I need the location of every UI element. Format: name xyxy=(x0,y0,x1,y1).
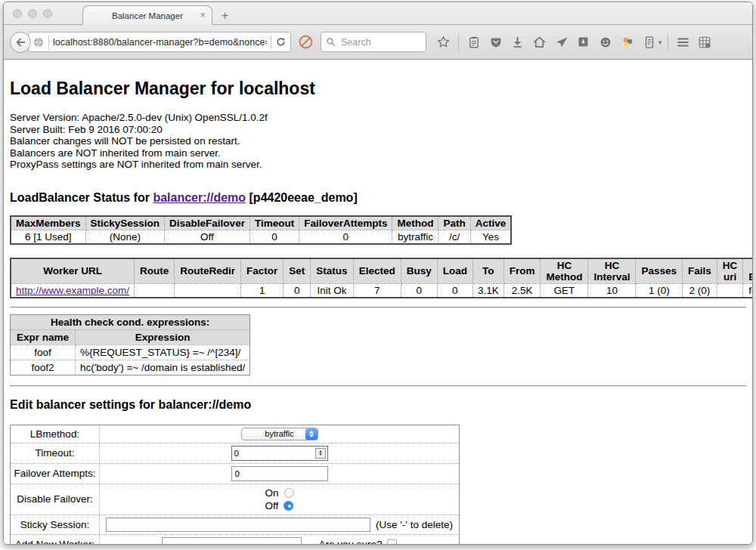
save-to-device-button[interactable] xyxy=(574,32,593,52)
search-input[interactable] xyxy=(339,36,415,48)
feedback-button[interactable] xyxy=(596,32,615,52)
cell-load: 0 xyxy=(437,283,472,298)
failover-attempts-row: Failover Attempts: xyxy=(11,463,460,484)
timeout-input-wrap xyxy=(231,446,328,461)
color-dots-icon xyxy=(621,36,634,49)
col-passes: Passes xyxy=(636,258,683,284)
close-window-button[interactable] xyxy=(13,9,22,18)
overflow-caret-icon[interactable]: ▾ xyxy=(658,39,662,46)
col-path: Path xyxy=(438,216,470,230)
confirm-checkbox[interactable] xyxy=(387,539,397,544)
col-disablefailover: DisableFailover xyxy=(165,216,250,230)
col-maxmembers: MaxMembers xyxy=(11,216,85,230)
col-set: Set xyxy=(284,258,311,284)
divider-after-worker-table xyxy=(10,307,746,308)
cell-fails: 2 (0) xyxy=(683,283,717,298)
star-icon xyxy=(436,35,451,49)
health-check-table: Health check cond. expressions: Expr nam… xyxy=(10,314,250,375)
edit-balancer-form: LBmethod: bytraffic Timeout: xyxy=(10,425,460,544)
col-factor: Factor xyxy=(241,258,284,284)
downloads-button[interactable] xyxy=(508,32,527,52)
health-row-foof: foof %{REQUEST_STATUS} =~ /^[234]/ xyxy=(11,345,250,360)
col-fails: Fails xyxy=(683,258,717,284)
cell-active: Yes xyxy=(470,230,511,244)
col-load: Load xyxy=(437,258,472,284)
sticky-session-label: Sticky Session: xyxy=(11,514,100,534)
server-info: Server Version: Apache/2.5.0-dev (Unix) … xyxy=(10,112,746,171)
add-worker-input[interactable] xyxy=(162,537,302,544)
failover-attempts-input[interactable] xyxy=(231,466,328,481)
bookmark-star-button[interactable] xyxy=(434,32,453,52)
sticky-session-hint: (Use '-' to delete) xyxy=(376,519,453,530)
cell-timeout: 0 xyxy=(249,230,299,244)
add-worker-row: Add New Worker: Are you sure? xyxy=(11,534,460,544)
timeout-input[interactable] xyxy=(232,448,311,459)
tab-groups-button[interactable] xyxy=(696,32,714,52)
home-button[interactable] xyxy=(530,32,549,52)
new-tab-button[interactable]: + xyxy=(222,9,228,23)
col-stickysession: StickySession xyxy=(85,216,165,230)
col-expression: Expression xyxy=(76,329,250,345)
radio-on-label: On xyxy=(265,487,278,499)
bookmarks-menu-button[interactable] xyxy=(464,32,483,52)
extension-colordots-button[interactable] xyxy=(618,32,637,52)
titlebar: Balancer Manager × + xyxy=(4,2,752,25)
url-bar[interactable]: localhost:8880/balancer-manager?b=demo&n… xyxy=(28,32,291,52)
col-failoverattempts: FailoverAttempts xyxy=(299,216,392,230)
col-hc-interval: HC Interval xyxy=(588,258,636,284)
back-button[interactable] xyxy=(10,32,31,53)
content-block-icon[interactable] xyxy=(298,34,314,50)
reload-icon[interactable] xyxy=(275,36,287,48)
number-spinner-icon[interactable] xyxy=(315,448,326,459)
status-heading-suffix: [p4420eeae_demo] xyxy=(246,191,358,204)
device-list-button[interactable] xyxy=(640,32,658,52)
failover-on-radio[interactable] xyxy=(284,488,294,498)
home-icon xyxy=(532,35,547,49)
confirm-label: Are you sure? xyxy=(318,539,396,544)
loadbalancer-status-heading: LoadBalancer Status for balancer://demo … xyxy=(10,191,746,205)
health-table-title: Health check cond. expressions: xyxy=(11,314,250,329)
worker-url-link[interactable]: http://www.example.com/ xyxy=(16,285,129,296)
zoom-window-button[interactable] xyxy=(43,9,52,18)
cell-to: 3.1K xyxy=(472,283,503,298)
cell-route xyxy=(135,283,175,298)
confirm-text: Are you sure? xyxy=(318,539,382,544)
urlbar-divider2 xyxy=(271,36,271,49)
failover-off-radio[interactable] xyxy=(284,501,293,511)
tab-title: Balancer Manager xyxy=(112,11,183,20)
radio-off-label: Off xyxy=(265,499,279,512)
cell-hc-method: GET xyxy=(541,283,588,298)
tab-close-icon[interactable]: × xyxy=(200,10,206,20)
menu-button[interactable] xyxy=(674,32,692,52)
paper-plane-icon xyxy=(555,36,569,49)
col-route: Route xyxy=(135,258,175,284)
clipboard-icon xyxy=(467,36,481,49)
tablet-list-icon xyxy=(643,36,655,49)
timeout-label: Timeout: xyxy=(11,443,100,463)
minimize-window-button[interactable] xyxy=(28,9,37,18)
url-text[interactable]: localhost:8880/balancer-manager?b=demo&n… xyxy=(53,37,267,48)
cell-factor: 1 xyxy=(241,283,284,298)
cell-from: 2.5K xyxy=(503,283,541,298)
toolbar-divider2 xyxy=(668,34,668,51)
urlbar-divider xyxy=(48,36,49,49)
smiley-icon xyxy=(599,36,612,49)
send-tab-button[interactable] xyxy=(552,32,571,52)
balancer-header-row: MaxMembers StickySession DisableFailover… xyxy=(11,216,511,230)
screenshot-stage: Balancer Manager × + localhost:8880/bala… xyxy=(0,0,756,550)
divider-before-edit xyxy=(10,385,746,387)
cell-expression-2: hc('body') =~ /domain is established/ xyxy=(76,360,250,375)
browser-window: Balancer Manager × + localhost:8880/bala… xyxy=(3,2,753,545)
col-expr-name: Expr name xyxy=(11,329,76,345)
cell-hc-expr: foof2 xyxy=(743,283,752,298)
pocket-button[interactable] xyxy=(486,32,505,52)
col-elected: Elected xyxy=(353,258,401,284)
lbmethod-select[interactable]: bytraffic xyxy=(241,428,318,440)
sticky-session-input[interactable] xyxy=(106,518,370,532)
tab-balancer-manager[interactable]: Balancer Manager × xyxy=(82,5,212,25)
col-hc-uri: HC uri xyxy=(717,258,743,284)
cell-status: Init Ok xyxy=(311,283,353,298)
search-box[interactable] xyxy=(321,32,426,52)
back-arrow-icon xyxy=(14,36,26,48)
balancer-demo-link[interactable]: balancer://demo xyxy=(153,191,246,204)
